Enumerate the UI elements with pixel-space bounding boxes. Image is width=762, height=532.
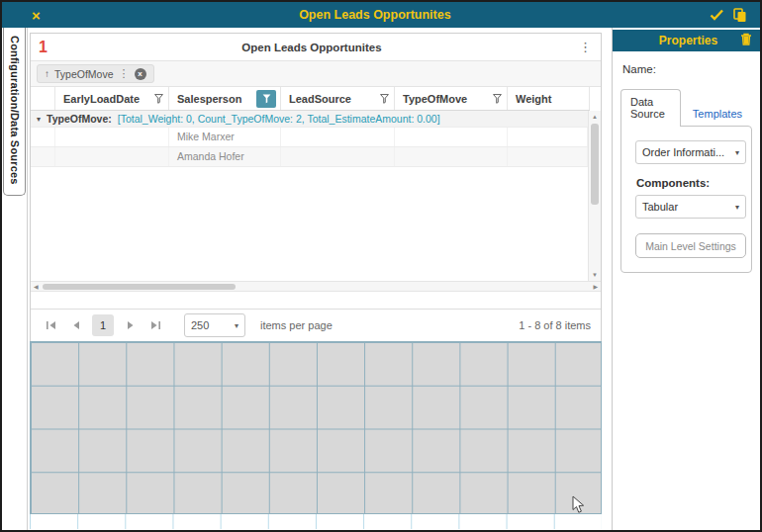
scroll-down-icon[interactable]: ▼ (589, 272, 601, 278)
scroll-right-icon[interactable]: ▶ (593, 283, 598, 290)
column-header-leadsource[interactable]: LeadSource (281, 87, 395, 110)
group-aggregates: [Total_Weight: 0, Count_TypeOfMove: 2, T… (118, 113, 440, 125)
horizontal-scroll-thumb[interactable] (43, 284, 236, 290)
cell-weight[interactable] (508, 147, 588, 166)
components-value: Tabular (642, 201, 678, 213)
tab-templates[interactable]: Templates (681, 102, 752, 127)
group-panel: ↑ TypeOfMove ⋮ x (31, 60, 601, 87)
dialog-title: Open Leads Opportunites (41, 8, 710, 22)
expand-cell (31, 147, 55, 166)
layout-design-grid (30, 341, 602, 514)
pager-last-button[interactable] (145, 315, 165, 335)
group-chip-typeofmove[interactable]: ↑ TypeOfMove ⋮ x (37, 64, 154, 83)
data-source-tab-content: Order Informati... ▾ Components: Tabular… (620, 126, 752, 273)
properties-tabs: Data Source Templates (620, 89, 752, 127)
chevron-down-icon: ▾ (735, 148, 739, 157)
copy-icon[interactable] (733, 8, 746, 22)
filter-icon-leadsource[interactable] (379, 93, 390, 104)
filter-icon-earlyloaddate[interactable] (153, 93, 164, 104)
items-per-page-label: items per page (260, 319, 333, 331)
table-grand-footer (31, 292, 590, 309)
cell-salesperson[interactable]: Mike Marxer (169, 128, 281, 146)
properties-header: Properties (613, 30, 760, 51)
properties-title: Properties (620, 34, 740, 47)
group-header-row: ▾TypeOfMove:[Total_Weight: 0, Count_Type… (31, 111, 588, 128)
widget-title: Open Leads Opportunites (48, 42, 576, 53)
cell-weight[interactable] (508, 128, 588, 146)
components-select[interactable]: Tabular ▾ (635, 195, 746, 219)
scroll-up-icon[interactable]: ▲ (589, 114, 601, 120)
dashboard-canvas: 1 Open Leads Opportunites ⋮ ↑ TypeOfMove… (28, 28, 612, 530)
column-label: Weight (516, 93, 551, 105)
chip-remove-icon[interactable]: x (135, 68, 146, 80)
column-label: TypeOfMove (403, 93, 467, 105)
pager-next-button[interactable] (121, 315, 141, 335)
expand-column-header (31, 87, 55, 110)
chevron-down-icon: ▾ (735, 203, 739, 212)
widget-menu-icon[interactable]: ⋮ (576, 41, 595, 53)
group-chip-label: TypeOfMove (54, 68, 114, 80)
column-label: LeadSource (289, 93, 351, 105)
pager-page-1-button[interactable]: 1 (92, 314, 114, 336)
table-header-row: EarlyLoadDateSalespersonLeadSourceTypeOf… (31, 87, 590, 111)
table-row[interactable]: Amanda Hofer (31, 147, 588, 167)
column-header-earlyloaddate[interactable]: EarlyLoadDate (55, 87, 169, 110)
main-level-settings-button[interactable]: Main Level Settings (635, 233, 746, 258)
column-label: EarlyLoadDate (63, 93, 140, 105)
properties-panel: Properties Name: Data Source Templates O… (612, 28, 760, 530)
mouse-cursor (572, 495, 585, 514)
cell-earlyloaddate[interactable] (55, 128, 169, 146)
chip-menu-icon[interactable]: ⋮ (119, 67, 130, 80)
column-header-salesperson[interactable]: Salesperson (169, 87, 281, 110)
confirm-check-icon[interactable] (710, 9, 724, 21)
table-row[interactable]: Mike Marxer (31, 128, 588, 147)
column-header-typeofmove[interactable]: TypeOfMove (395, 87, 508, 110)
filter-icon-typeofmove[interactable] (492, 93, 503, 104)
group-label: TypeOfMove: (47, 113, 112, 125)
page-size-select[interactable]: 250 ▾ (184, 313, 245, 337)
cell-salesperson[interactable]: Amanda Hofer (169, 147, 281, 166)
sort-asc-icon[interactable]: ↑ (45, 68, 49, 79)
dialog-window: × Open Leads Opportunites Configuration/… (0, 0, 762, 532)
trash-icon[interactable] (740, 32, 752, 49)
filter-icon-salesperson[interactable] (256, 90, 276, 108)
column-label: Salesperson (177, 93, 241, 105)
dialog-titlebar: × Open Leads Opportunites (2, 2, 760, 28)
cell-typeofmove[interactable] (395, 147, 508, 166)
pager-prev-button[interactable] (65, 315, 85, 335)
cell-leadsource[interactable] (281, 147, 395, 166)
cell-earlyloaddate[interactable] (55, 147, 169, 166)
chevron-down-icon: ▾ (235, 321, 238, 330)
page-size-value: 250 (191, 319, 209, 331)
left-tab-strip: Configuration/Data Sources (2, 28, 28, 530)
scroll-left-icon[interactable]: ◀ (34, 283, 39, 290)
tab-data-source[interactable]: Data Source (620, 89, 681, 127)
widget-header: 1 Open Leads Opportunites ⋮ (31, 34, 601, 60)
cell-leadsource[interactable] (281, 128, 395, 146)
column-header-weight[interactable]: Weight (508, 87, 590, 110)
components-label: Components: (636, 177, 741, 189)
name-label: Name: (622, 63, 752, 75)
data-source-value: Order Informati... (642, 146, 724, 158)
widget-badge: 1 (39, 39, 48, 56)
horizontal-scrollbar[interactable]: ◀ ▶ (31, 281, 601, 292)
close-icon[interactable]: × (32, 8, 41, 23)
pager: 1 250 ▾ items per page 1 - 8 of 8 items (31, 309, 601, 341)
widget-open-leads-opportunites: 1 Open Leads Opportunites ⋮ ↑ TypeOfMove… (30, 33, 602, 342)
vertical-scrollbar[interactable]: ▲ ▼ (588, 111, 601, 281)
table-body: ▾TypeOfMove:[Total_Weight: 0, Count_Type… (31, 111, 588, 281)
pager-first-button[interactable] (41, 315, 60, 335)
pager-range-label: 1 - 8 of 8 items (519, 319, 591, 331)
collapse-caret-icon[interactable]: ▾ (37, 115, 41, 124)
cell-typeofmove[interactable] (395, 128, 508, 146)
tab-configuration-data-sources[interactable]: Configuration/Data Sources (3, 28, 26, 196)
layout-design-grid-continuation (30, 514, 602, 529)
data-source-select[interactable]: Order Informati... ▾ (635, 140, 746, 164)
expand-cell (31, 128, 55, 146)
tab-label: Configuration/Data Sources (9, 36, 21, 185)
vertical-scroll-thumb[interactable] (591, 124, 599, 205)
